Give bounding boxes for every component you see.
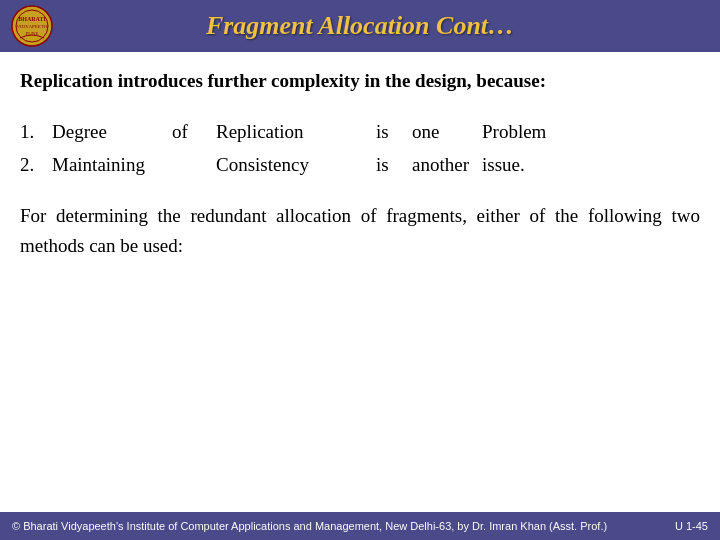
logo-icon: BHARATI VIDYAPEETH PUNE bbox=[10, 4, 54, 48]
item1-col5: one bbox=[412, 115, 482, 148]
item1-col1: Degree bbox=[52, 115, 172, 148]
intro-text: Replication introduces further complexit… bbox=[20, 68, 700, 95]
item2-col2 bbox=[172, 148, 216, 181]
paragraph-text: For determining the redundant allocation… bbox=[20, 201, 700, 260]
list-item-2: 2. Maintaining Consistency is another is… bbox=[20, 148, 700, 181]
footer-copyright: © Bharati Vidyapeeth's Institute of Comp… bbox=[12, 520, 607, 532]
item1-col6: Problem bbox=[482, 115, 700, 148]
slide-title: Fragment Allocation Cont… bbox=[206, 11, 514, 41]
item2-col6: issue. bbox=[482, 148, 700, 181]
svg-text:VIDYAPEETH: VIDYAPEETH bbox=[16, 24, 47, 29]
footer-page: U 1-45 bbox=[675, 520, 708, 532]
header: BHARATI VIDYAPEETH PUNE Fragment Allocat… bbox=[0, 0, 720, 52]
item2-col4: is bbox=[376, 148, 412, 181]
item2-num: 2. bbox=[20, 148, 52, 181]
svg-text:BHARATI: BHARATI bbox=[18, 16, 46, 22]
slide-container: BHARATI VIDYAPEETH PUNE Fragment Allocat… bbox=[0, 0, 720, 540]
item2-col5: another bbox=[412, 148, 482, 181]
list-item-1: 1. Degree of Replication is one Problem bbox=[20, 115, 700, 148]
item2-col3: Consistency bbox=[216, 148, 376, 181]
footer: © Bharati Vidyapeeth's Institute of Comp… bbox=[0, 512, 720, 540]
slide-content: Replication introduces further complexit… bbox=[0, 52, 720, 512]
item1-col3: Replication bbox=[216, 115, 376, 148]
item1-col4: is bbox=[376, 115, 412, 148]
items-table: 1. Degree of Replication is one Problem … bbox=[20, 115, 700, 182]
item1-col2: of bbox=[172, 115, 216, 148]
item1-num: 1. bbox=[20, 115, 52, 148]
list-section: 1. Degree of Replication is one Problem … bbox=[20, 115, 700, 182]
item2-col1: Maintaining bbox=[52, 148, 172, 181]
